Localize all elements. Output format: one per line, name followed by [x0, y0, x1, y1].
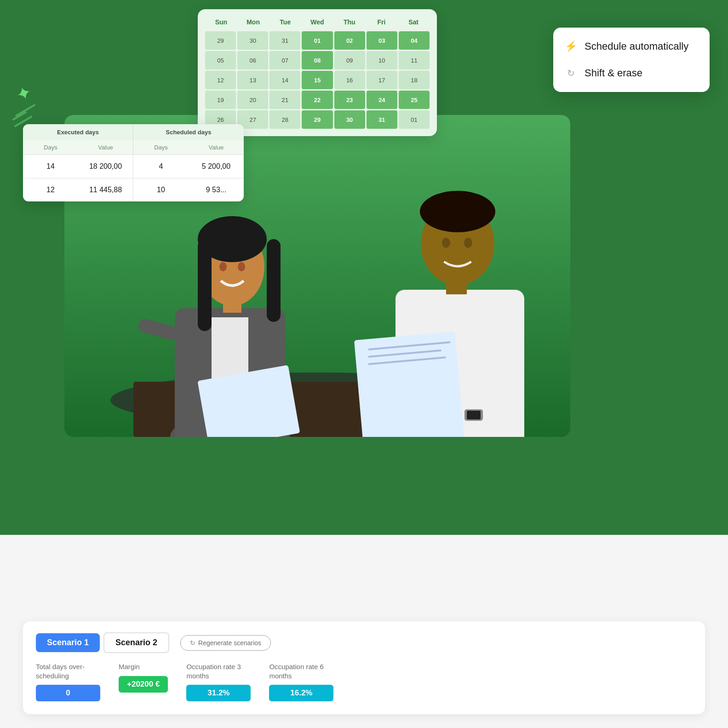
- metric-margin: Margin +20200 €: [119, 662, 168, 693]
- calendar-header: Sun Mon Tue Wed Thu Fri Sat: [205, 17, 430, 28]
- scheduled-days-header: Scheduled days: [133, 124, 244, 140]
- scenarios-section: Scenario 1 Scenario 2 ↻ Regenerate scena…: [23, 621, 705, 714]
- svg-point-18: [420, 191, 495, 232]
- regenerate-label: Regenerate scenarios: [198, 639, 261, 647]
- cal-cell[interactable]: 29: [205, 31, 236, 50]
- svg-rect-26: [467, 411, 481, 419]
- executed-days-header: Executed days: [23, 124, 133, 140]
- day-sat: Sat: [397, 17, 430, 28]
- cal-cell[interactable]: 21: [269, 91, 300, 109]
- metric-overscheduling: Total days over-scheduling 0: [36, 662, 100, 701]
- cal-cell[interactable]: 19: [205, 91, 236, 109]
- cal-cell[interactable]: 07: [269, 51, 300, 69]
- cal-cell[interactable]: 09: [334, 51, 365, 69]
- lightning-icon: ⚡: [564, 40, 577, 52]
- regenerate-icon: ↻: [190, 639, 195, 647]
- cal-cell[interactable]: 31: [367, 110, 397, 129]
- scenario-1-tab[interactable]: Scenario 1: [36, 633, 100, 652]
- cal-cell[interactable]: 01: [399, 110, 430, 129]
- cal-cell[interactable]: 15: [302, 71, 332, 89]
- shift-erase-item[interactable]: ↻ Shift & erase: [553, 60, 710, 86]
- table-section-headers: Executed days Scheduled days: [23, 124, 244, 140]
- svg-rect-10: [267, 239, 281, 322]
- cal-cell[interactable]: 30: [237, 31, 268, 50]
- svg-point-11: [219, 262, 227, 271]
- cal-cell[interactable]: 17: [367, 71, 397, 89]
- metric-value-overscheduling: 0: [36, 685, 100, 701]
- cal-cell[interactable]: 02: [334, 31, 365, 50]
- schedule-automatically-item[interactable]: ⚡ Schedule automatically: [553, 33, 710, 60]
- calendar-widget[interactable]: Sun Mon Tue Wed Thu Fri Sat 29 30 31 01 …: [198, 9, 437, 136]
- schedule-automatically-label: Schedule automatically: [585, 40, 688, 52]
- shift-erase-label: Shift & erase: [585, 67, 642, 79]
- cell-value-2-1: 11 445,88: [78, 178, 133, 201]
- cal-cell[interactable]: 20: [237, 91, 268, 109]
- svg-point-12: [238, 262, 245, 271]
- metric-value-margin: +20200 €: [119, 676, 168, 693]
- table-row: 14 18 200,00 4 5 200,00: [23, 155, 244, 178]
- svg-rect-21: [354, 332, 466, 437]
- cell-days-2-2: 10: [133, 178, 189, 201]
- cal-cell[interactable]: 29: [302, 110, 332, 129]
- regenerate-button[interactable]: ↻ Regenerate scenarios: [180, 635, 271, 651]
- cal-cell[interactable]: 28: [269, 110, 300, 129]
- metric-occupation-3m: Occupation rate 3 months 31.2%: [186, 662, 251, 701]
- cal-cell[interactable]: 01: [302, 31, 332, 50]
- day-wed: Wed: [301, 17, 333, 28]
- metric-label-occupation-6m: Occupation rate 6 months: [269, 662, 333, 680]
- cal-cell[interactable]: 05: [205, 51, 236, 69]
- cal-cell[interactable]: 10: [367, 51, 397, 69]
- cal-cell[interactable]: 04: [399, 31, 430, 50]
- cell-value-2-2: 9 53...: [189, 178, 244, 201]
- cal-cell[interactable]: 30: [334, 110, 365, 129]
- data-table-widget: Executed days Scheduled days Days Value …: [23, 124, 244, 201]
- metric-label-overscheduling: Total days over-scheduling: [36, 662, 100, 680]
- refresh-icon: ↻: [564, 68, 577, 79]
- day-thu: Thu: [333, 17, 366, 28]
- cal-cell[interactable]: 11: [399, 51, 430, 69]
- day-tue: Tue: [269, 17, 301, 28]
- cal-cell[interactable]: 13: [237, 71, 268, 89]
- cal-cell[interactable]: 23: [334, 91, 365, 109]
- cell-value-1-1: 18 200,00: [78, 155, 133, 178]
- day-mon: Mon: [237, 17, 269, 28]
- cell-days-1-2: 4: [133, 155, 189, 178]
- cal-cell[interactable]: 16: [334, 71, 365, 89]
- context-menu: ⚡ Schedule automatically ↻ Shift & erase: [553, 28, 710, 92]
- cal-cell[interactable]: 14: [269, 71, 300, 89]
- scenario-2-tab[interactable]: Scenario 2: [103, 632, 169, 653]
- svg-point-20: [464, 238, 472, 248]
- metrics-row: Total days over-scheduling 0 Margin +202…: [36, 662, 692, 701]
- cal-cell[interactable]: 22: [302, 91, 332, 109]
- col-value-2: Value: [189, 140, 244, 155]
- cal-cell[interactable]: 24: [367, 91, 397, 109]
- metric-value-occupation-6m: 16.2%: [269, 685, 333, 701]
- metric-label-occupation-3m: Occupation rate 3 months: [186, 662, 251, 680]
- metric-value-occupation-3m: 31.2%: [186, 685, 251, 701]
- cal-cell[interactable]: 31: [269, 31, 300, 50]
- cal-cell[interactable]: 06: [237, 51, 268, 69]
- cell-days-1-1: 14: [23, 155, 78, 178]
- col-days-1: Days: [23, 140, 78, 155]
- cal-cell[interactable]: 12: [205, 71, 236, 89]
- scenario-tabs[interactable]: Scenario 1 Scenario 2 ↻ Regenerate scena…: [36, 632, 692, 653]
- cell-value-1-2: 5 200,00: [189, 155, 244, 178]
- cal-cell[interactable]: 25: [399, 91, 430, 109]
- cell-days-2-1: 12: [23, 178, 78, 201]
- metric-occupation-6m: Occupation rate 6 months 16.2%: [269, 662, 333, 701]
- col-value-1: Value: [78, 140, 133, 155]
- day-sun: Sun: [205, 17, 237, 28]
- metric-label-margin: Margin: [119, 662, 168, 671]
- cal-cell[interactable]: 03: [367, 31, 397, 50]
- table-col-headers: Days Value Days Value: [23, 140, 244, 155]
- svg-rect-9: [198, 239, 212, 331]
- col-days-2: Days: [133, 140, 189, 155]
- cal-cell[interactable]: 18: [399, 71, 430, 89]
- cal-cell[interactable]: 08: [302, 51, 332, 69]
- svg-point-19: [442, 238, 450, 248]
- calendar-grid[interactable]: 29 30 31 01 02 03 04 05 06 07 08 09 10 1…: [205, 31, 430, 129]
- table-row: 12 11 445,88 10 9 53...: [23, 178, 244, 201]
- day-fri: Fri: [366, 17, 398, 28]
